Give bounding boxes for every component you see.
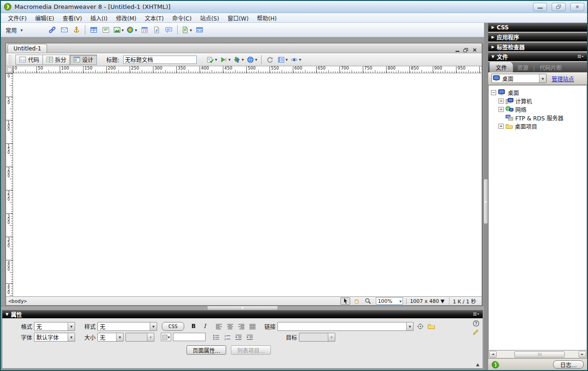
scrollbar-thumb[interactable] (514, 351, 565, 357)
italic-button[interactable]: I (200, 322, 209, 330)
scroll-left-icon[interactable]: ◄ (489, 351, 497, 357)
files-panel-header[interactable]: ▼ 文件 (488, 52, 587, 61)
browse-folder-icon[interactable] (427, 322, 436, 330)
panel-options-icon[interactable] (473, 312, 479, 317)
date-button[interactable]: 19 (138, 24, 151, 36)
quick-tag-edit-icon[interactable] (472, 329, 479, 336)
menu-item-0[interactable]: 文件(F) (4, 13, 31, 23)
tree-item[interactable]: FTP & RDS 服务器 (491, 113, 587, 122)
design-canvas[interactable] (13, 73, 482, 296)
site-select[interactable]: 桌面 ▼ (491, 74, 546, 83)
named-anchor-button[interactable] (70, 24, 83, 36)
menu-item-2[interactable]: 查看(V) (58, 13, 86, 23)
help-icon[interactable]: ? (473, 320, 479, 327)
document-title-input[interactable] (123, 56, 197, 64)
zoom-tool-button[interactable] (363, 297, 373, 305)
scroll-right-icon[interactable]: ► (579, 351, 586, 357)
doc-close-icon[interactable]: × (472, 47, 477, 53)
menu-item-1[interactable]: 编辑(E) (31, 13, 58, 23)
zoom-level-select[interactable]: 100% ▼ (376, 297, 403, 305)
code-view-button[interactable]: <> 代码 (15, 55, 43, 65)
close-button[interactable]: × (570, 3, 584, 11)
page-properties-button[interactable]: 页面属性... (187, 345, 226, 355)
visual-aids-button[interactable]: ▼ (289, 54, 303, 65)
tree-item[interactable]: −桌面 (491, 88, 587, 97)
panel-header-2[interactable]: ▶标签检查器 (488, 42, 587, 51)
include-button[interactable]: # (151, 24, 163, 36)
menu-item-9[interactable]: 帮助(H) (253, 13, 281, 23)
tree-item[interactable]: +网络 (491, 105, 587, 113)
hand-tool-button[interactable] (352, 297, 361, 305)
style-select[interactable]: 无▼ (97, 322, 157, 331)
menu-item-4[interactable]: 修改(M) (112, 13, 141, 23)
hyperlink-button[interactable] (46, 24, 58, 36)
comment-button[interactable] (163, 24, 175, 36)
tree-expander-icon[interactable]: + (498, 98, 504, 104)
menu-item-6[interactable]: 命令(C) (168, 13, 196, 23)
manage-sites-link[interactable]: 管理站点 (552, 75, 574, 83)
collapse-handle[interactable]: ▼ (208, 306, 277, 310)
color-value-input[interactable] (173, 333, 206, 341)
doc-minimize-icon[interactable] (456, 51, 459, 52)
dock-collapse-handle[interactable]: ▶ (484, 179, 488, 224)
image-button[interactable]: ▼ (112, 24, 125, 36)
window-size-select[interactable]: 1007 x 480 ▼ (406, 298, 448, 304)
document-tab[interactable]: Untitled-1 (7, 44, 47, 53)
font-select[interactable]: 默认字体▼ (34, 333, 75, 342)
tree-expander-icon[interactable]: − (491, 90, 496, 95)
ordered-list-button[interactable]: 12 (222, 333, 232, 341)
tree-expander-icon[interactable]: + (498, 124, 504, 129)
file-management-button[interactable]: ▼ (232, 54, 245, 65)
menu-item-3[interactable]: 插入(I) (86, 13, 112, 23)
files-tab-1[interactable]: 资源 (513, 62, 533, 72)
doc-restore-icon[interactable] (463, 48, 468, 52)
table-button[interactable] (88, 24, 100, 36)
split-view-button[interactable]: 拆分 (43, 55, 70, 65)
design-view-button[interactable]: 设计 (70, 55, 97, 65)
log-button[interactable]: 日志... (553, 360, 584, 369)
media-button[interactable]: ▼ (125, 24, 138, 36)
menu-item-5[interactable]: 文本(T) (140, 13, 168, 23)
files-tab-0[interactable]: 文件 (490, 62, 513, 72)
panel-header-0[interactable]: ▶CSS (488, 23, 587, 32)
refresh-button[interactable] (264, 54, 276, 65)
tree-item[interactable]: +桌面项目 (491, 122, 587, 130)
select-tool-button[interactable] (340, 297, 350, 305)
tree-expander-icon[interactable]: + (498, 107, 504, 112)
panel-resize-icon[interactable]: ▲ (476, 362, 479, 367)
bold-button[interactable]: B (189, 322, 198, 330)
files-tab-2[interactable]: 代码片断 (535, 62, 566, 72)
minimize-button[interactable] (533, 3, 547, 11)
unordered-list-button[interactable] (211, 333, 221, 341)
point-to-file-icon[interactable] (415, 322, 425, 330)
ruler-origin-icon[interactable] (6, 66, 13, 73)
align-right-button[interactable] (236, 322, 246, 330)
menu-item-7[interactable]: 站点(S) (196, 13, 223, 23)
panel-header-1[interactable]: ▶应用程序 (488, 33, 587, 42)
insert-div-button[interactable] (100, 24, 112, 36)
preview-browser-button[interactable]: ▼ (245, 54, 259, 65)
check-page-button[interactable]: ▼ (205, 54, 219, 65)
properties-header[interactable]: ▼ 属性 (2, 310, 483, 318)
tag-selector[interactable]: <body> (8, 298, 27, 304)
link-combo[interactable]: ▼ (277, 322, 414, 331)
tree-item[interactable]: +计算机 (491, 97, 587, 105)
align-justify-button[interactable] (248, 322, 257, 330)
panel-options-icon[interactable] (577, 55, 584, 59)
align-center-button[interactable] (225, 322, 235, 330)
indent-button[interactable] (245, 333, 254, 341)
size-select[interactable]: 无▼ (97, 333, 124, 342)
files-horizontal-scrollbar[interactable]: ◄ ► (488, 350, 587, 358)
email-link-button[interactable] (58, 24, 70, 36)
outdent-button[interactable] (234, 333, 243, 341)
format-select[interactable]: 无▼ (34, 322, 75, 331)
align-left-button[interactable] (214, 322, 223, 330)
view-options-button[interactable]: ▼ (276, 54, 290, 65)
validate-markup-button[interactable]: ▼ (219, 54, 232, 65)
css-button[interactable]: CSS (162, 322, 184, 331)
insert-category-dropdown[interactable]: 常用 ▼ (6, 26, 23, 34)
menu-item-8[interactable]: 窗口(W) (223, 13, 253, 23)
tag-chooser-button[interactable]: <> (194, 24, 206, 36)
restore-button[interactable] (552, 3, 566, 11)
templates-button[interactable]: ▼ (180, 24, 194, 36)
